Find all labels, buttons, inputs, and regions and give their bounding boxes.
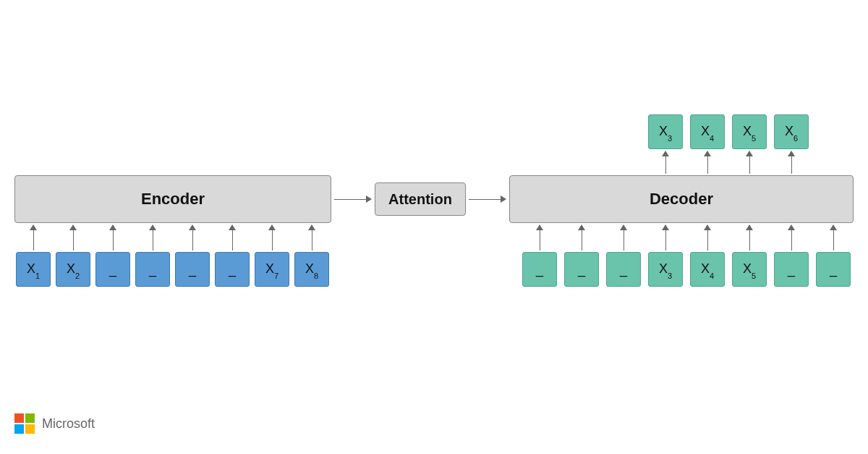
arrow-decoder-in-1 <box>576 224 587 251</box>
decoder-input-token-7: _ <box>816 252 851 287</box>
arrow-encoder-in-3 <box>148 224 158 251</box>
diagram-canvas: Encoder Attention Decoder X1X2____X7X8 _… <box>0 0 868 454</box>
arrow-decoder-in-0 <box>535 224 545 251</box>
arrow-decoder-in-3 <box>660 224 671 251</box>
encoder-block: Encoder <box>14 175 331 223</box>
arrow-decoder-in-4 <box>702 224 712 251</box>
arrow-encoder-in-6 <box>267 224 277 251</box>
decoder-output-token-2: X5 <box>732 114 767 149</box>
encoder-input-token-3: _ <box>135 252 170 287</box>
encoder-input-token-4: _ <box>175 252 210 287</box>
decoder-output-token-1: X4 <box>690 114 725 149</box>
arrow-decoder-in-7 <box>828 224 838 251</box>
arrow-encoder-in-5 <box>227 224 237 251</box>
decoder-input-token-0: _ <box>522 252 557 287</box>
arrow-decoder-in-5 <box>744 224 754 251</box>
arrow-decoder-in-6 <box>786 224 796 251</box>
encoder-input-token-0: X1 <box>16 252 51 287</box>
arrow-encoder-in-2 <box>108 224 118 251</box>
decoder-input-token-3: X3 <box>648 252 683 287</box>
attention-label: Attention <box>388 191 452 208</box>
encoder-input-token-5: _ <box>215 252 250 287</box>
decoder-input-token-5: X5 <box>732 252 767 287</box>
decoder-input-token-1: _ <box>564 252 599 287</box>
encoder-input-token-7: X8 <box>294 252 329 287</box>
arrow-decoder-out-0 <box>660 151 671 174</box>
decoder-label: Decoder <box>650 190 713 209</box>
arrow-attention-to-decoder <box>469 194 506 204</box>
decoder-output-token-3: X6 <box>774 114 809 149</box>
microsoft-logo-text: Microsoft <box>42 416 95 432</box>
arrow-encoder-to-attention <box>334 194 372 204</box>
arrow-decoder-out-2 <box>744 151 754 174</box>
arrow-encoder-in-0 <box>28 224 38 251</box>
decoder-input-token-4: X4 <box>690 252 725 287</box>
encoder-input-token-1: X2 <box>56 252 90 287</box>
arrow-decoder-out-1 <box>702 151 712 174</box>
arrow-encoder-in-1 <box>68 224 78 251</box>
attention-block: Attention <box>375 182 466 216</box>
encoder-input-token-6: X7 <box>255 252 289 287</box>
arrow-decoder-out-3 <box>786 151 796 174</box>
microsoft-logo-icon <box>14 413 35 434</box>
decoder-input-token-6: _ <box>774 252 809 287</box>
arrow-decoder-in-2 <box>618 224 629 251</box>
encoder-label: Encoder <box>141 190 205 209</box>
arrow-encoder-in-7 <box>307 224 317 251</box>
decoder-input-token-2: _ <box>606 252 641 287</box>
decoder-output-token-0: X3 <box>648 114 683 149</box>
decoder-block: Decoder <box>509 175 854 223</box>
microsoft-logo: Microsoft <box>14 413 95 434</box>
arrow-encoder-in-4 <box>187 224 197 251</box>
encoder-input-token-2: _ <box>95 252 130 287</box>
